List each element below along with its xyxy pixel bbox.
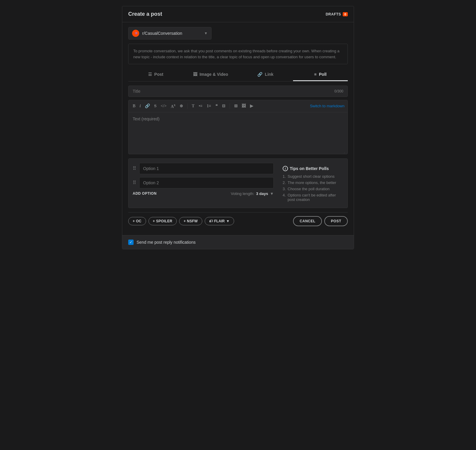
editor-placeholder: Text (required): [133, 117, 159, 121]
voting-days: 3 days: [256, 191, 268, 196]
tab-bar: ☰ Post 🖼 Image & Video 🔗 Link ≡ Poll: [128, 68, 348, 81]
chevron-down-icon: ▼: [204, 31, 208, 35]
poll-icon: ≡: [314, 72, 317, 77]
tab-link-label: Link: [265, 72, 273, 77]
poll-options-left: ⠿ ⠿ ADD OPTION Voting length: 3 days ▼: [133, 163, 274, 196]
tab-link[interactable]: 🔗 Link: [238, 68, 293, 81]
flair-tag-icon: 🏷: [209, 219, 213, 223]
modal-body: 👾 r/CasualConversation ▼ To promote conv…: [122, 22, 354, 235]
numbered-list-button[interactable]: 1≡: [206, 103, 212, 109]
image-icon: 🖼: [193, 72, 197, 77]
strikethrough-button[interactable]: S: [153, 103, 158, 109]
spoiler-button[interactable]: + SPOILER: [148, 217, 177, 225]
text-editor: B i 🔗 S </> Ax ⊕ T •≡ 1≡ ❝ ⊟ ⊞ 🖼 ▶ Switc…: [128, 100, 348, 154]
tip-3-text: Choose the poll duration: [288, 187, 330, 191]
tab-image-label: Image & Video: [200, 72, 228, 77]
tip-2: 2. The more options, the better: [283, 180, 343, 185]
resize-handle[interactable]: ⌟: [343, 150, 346, 153]
title-count: 0/300: [334, 89, 343, 93]
svg-text:👾: 👾: [134, 32, 138, 35]
tips-title: i Tips on Better Polls: [283, 166, 343, 171]
tips-box: i Tips on Better Polls 1. Suggest short …: [278, 163, 343, 204]
toolbar-divider-1: [187, 103, 188, 109]
voting-length: Voting length: 3 days ▼: [231, 191, 274, 196]
title-input-wrap: 0/300: [128, 86, 348, 97]
poll-options-row: ⠿ ⠿ ADD OPTION Voting length: 3 days ▼: [133, 163, 343, 204]
flair-label: FLAIR: [214, 219, 225, 223]
tab-poll[interactable]: ≡ Poll: [293, 68, 348, 81]
drag-handle-2[interactable]: ⠿: [133, 180, 136, 185]
tip-4: 4. Options can't be edited after post cr…: [283, 193, 343, 202]
code-button[interactable]: </>: [159, 103, 168, 109]
superscript-button[interactable]: Ax: [170, 103, 177, 110]
cancel-button[interactable]: CANCEL: [293, 216, 322, 226]
tip-1: 1. Suggest short clear options: [283, 174, 343, 179]
nsfw-button[interactable]: + NSFW: [179, 217, 202, 225]
poll-option-2: ⠿: [133, 177, 274, 188]
video-upload-button[interactable]: ▶: [249, 103, 254, 109]
link-button[interactable]: 🔗: [144, 103, 151, 109]
subreddit-selector[interactable]: 👾 r/CasualConversation ▼: [128, 27, 212, 40]
tab-post-label: Post: [154, 72, 163, 77]
checkmark-icon: ✓: [129, 240, 132, 244]
subreddit-name: r/CasualConversation: [142, 31, 201, 36]
right-actions: CANCEL POST: [293, 216, 348, 226]
poll-option-1: ⠿: [133, 163, 274, 174]
info-icon: i: [283, 166, 288, 171]
action-row: + OC + SPOILER + NSFW 🏷 FLAIR ▼ CANCEL P…: [128, 212, 348, 230]
oc-button[interactable]: + OC: [128, 217, 146, 225]
tab-poll-label: Poll: [319, 72, 327, 77]
bold-button[interactable]: B: [131, 103, 137, 109]
italic-button[interactable]: i: [138, 103, 142, 109]
poll-options-area: ⠿ ⠿ ADD OPTION Voting length: 3 days ▼: [128, 158, 348, 208]
drafts-badge[interactable]: DRAFTS 0: [326, 12, 348, 16]
modal-title: Create a post: [128, 11, 162, 17]
post-button[interactable]: POST: [324, 216, 348, 226]
voting-dropdown-icon[interactable]: ▼: [270, 191, 274, 196]
notification-checkbox[interactable]: ✓: [128, 240, 134, 245]
tips-list: 1. Suggest short clear options 2. The mo…: [283, 174, 343, 202]
create-post-modal: Create a post DRAFTS 0 👾 r/CasualConvers…: [122, 6, 354, 249]
option-2-input[interactable]: [139, 177, 274, 188]
editor-body[interactable]: Text (required) ⌟: [129, 112, 347, 154]
drafts-label: DRAFTS: [326, 12, 341, 16]
notification-label: Send me post reply notifications: [137, 240, 195, 245]
quote-button[interactable]: ❝: [214, 103, 219, 109]
tip-1-text: Suggest short clear options: [288, 174, 335, 179]
table-button[interactable]: ⊞: [233, 103, 239, 109]
embed-button[interactable]: ⊟: [221, 103, 227, 109]
notice-box: To promote conversation, we ask that you…: [128, 44, 348, 64]
modal-header: Create a post DRAFTS 0: [122, 6, 354, 22]
flair-chevron-icon: ▼: [226, 219, 230, 223]
tip-2-text: The more options, the better: [288, 180, 336, 185]
notice-text: To promote conversation, we ask that you…: [133, 49, 339, 59]
bullet-list-button[interactable]: •≡: [198, 103, 204, 109]
tip-3: 3. Choose the poll duration: [283, 187, 343, 191]
heading-button[interactable]: T: [191, 103, 196, 109]
post-icon: ☰: [148, 72, 152, 77]
tab-image-video[interactable]: 🖼 Image & Video: [183, 68, 238, 81]
image-upload-button[interactable]: 🖼: [240, 103, 247, 109]
notification-row: ✓ Send me post reply notifications: [122, 235, 354, 249]
link-icon: 🔗: [257, 72, 262, 77]
poll-footer: ADD OPTION Voting length: 3 days ▼: [133, 191, 274, 196]
alien-icon: 👾: [133, 31, 138, 36]
title-input[interactable]: [133, 89, 334, 94]
flair-button[interactable]: 🏷 FLAIR ▼: [205, 217, 234, 225]
tab-post[interactable]: ☰ Post: [128, 68, 183, 81]
switch-to-markdown[interactable]: Switch to markdown: [310, 104, 345, 108]
voting-length-label: Voting length:: [231, 191, 254, 196]
spoiler-toolbar-button[interactable]: ⊕: [178, 103, 184, 109]
toolbar-divider-2: [230, 103, 230, 109]
left-actions: + OC + SPOILER + NSFW 🏷 FLAIR ▼: [128, 217, 234, 225]
add-option-button[interactable]: ADD OPTION: [133, 191, 156, 196]
drag-handle-1[interactable]: ⠿: [133, 166, 136, 171]
tip-4-text: Options can't be edited after post creat…: [288, 193, 343, 202]
subreddit-icon: 👾: [132, 30, 139, 37]
tips-title-text: Tips on Better Polls: [290, 166, 329, 171]
drafts-count: 0: [343, 12, 348, 16]
option-1-input[interactable]: [139, 163, 274, 174]
editor-toolbar: B i 🔗 S </> Ax ⊕ T •≡ 1≡ ❝ ⊟ ⊞ 🖼 ▶ Switc…: [129, 100, 347, 112]
